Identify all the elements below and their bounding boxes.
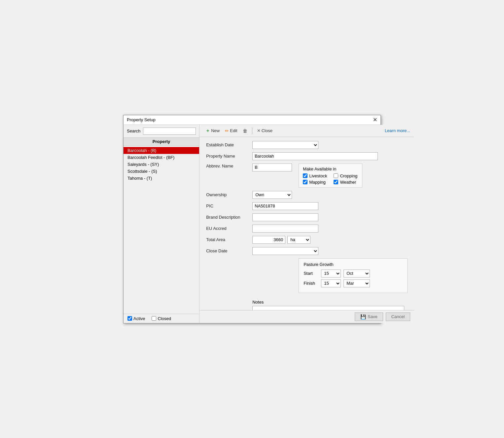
pic-label: PIC [206,203,252,208]
abbrev-name-label: Abbrev. Name [206,164,252,168]
make-available-grid: Livestock Cropping Mapping [303,173,358,185]
edit-icon: ✏ [225,128,229,133]
list-item[interactable]: Barcoolah - (B) [124,147,199,154]
establish-date-select[interactable] [252,141,318,149]
notes-section: Notes [252,300,404,310]
total-area-row: Total Area ha ac km² [206,236,408,244]
eu-accred-row: EU Accred [206,225,408,233]
cropping-label: Cropping [340,173,357,178]
search-input[interactable] [143,128,196,135]
ownership-select[interactable]: Own Lease Agist [252,191,292,199]
active-checkbox[interactable] [127,316,132,321]
make-available-title: Make Available in [303,166,358,171]
save-icon: 💾 [360,314,366,319]
mapping-checkbox[interactable] [303,180,307,184]
save-button[interactable]: 💾 Save [355,312,383,321]
establish-date-label: Establish Date [206,142,252,147]
property-setup-window: Property Setup ✕ Search Property Barcool… [123,115,381,323]
brand-description-label: Brand Description [206,215,252,220]
property-name-row: Property Name [206,152,408,160]
pasture-start-row: Start 15 12510202530 JanFebMarAprMayJun … [304,270,403,277]
pasture-growth-title: Pasture Growth [304,262,403,267]
weather-label: Weather [340,180,356,185]
closed-checkbox-label[interactable]: Closed [152,316,171,321]
ownership-row: Ownership Own Lease Agist [206,191,408,199]
total-area-inputs: ha ac km² [252,236,310,244]
ownership-label: Ownership [206,192,252,197]
property-name-label: Property Name [206,154,252,159]
notes-label: Notes [252,300,404,305]
save-label: Save [368,314,378,319]
mapping-label: Mapping [309,180,326,185]
livestock-label: Livestock [309,173,327,178]
make-available-box: Make Available in Livestock Cropping [299,164,362,188]
window-close-button[interactable]: ✕ [373,117,377,123]
weather-checkbox[interactable] [334,180,338,184]
pasture-growth-row: Pasture Growth Start 15 12510202530 JanF… [206,258,408,296]
search-label: Search [127,128,140,133]
new-icon: ＋ [205,128,210,134]
edit-label: Edit [230,128,237,133]
learn-more-link[interactable]: Learn more... [385,128,410,133]
close-label: Close [262,128,272,133]
cropping-check-label[interactable]: Cropping [334,173,358,178]
total-area-input[interactable] [252,236,285,244]
pasture-finish-month-select[interactable]: JanFebMarAprMayJun JulAugSepOctNovDec [343,279,370,287]
active-label: Active [133,316,145,321]
close-x-icon: ✕ [257,128,261,133]
eu-accred-input[interactable] [252,225,318,233]
cropping-checkbox[interactable] [334,173,338,178]
total-area-label: Total Area [206,237,252,242]
action-bar: 💾 Save Cancel [199,310,414,323]
cancel-button[interactable]: Cancel [386,312,410,321]
list-item[interactable]: Scottsdale - (S) [124,168,199,175]
total-area-unit-select[interactable]: ha ac km² [287,236,310,244]
delete-button[interactable]: 🗑 [241,127,249,134]
establish-date-row: Establish Date [206,141,408,149]
weather-check-label[interactable]: Weather [334,180,358,185]
pasture-finish-label: Finish [304,281,318,286]
new-button[interactable]: ＋ New [203,127,222,135]
pasture-start-label: Start [304,271,318,276]
cancel-label: Cancel [391,314,405,319]
pic-input[interactable] [252,202,318,210]
property-list: Barcoolah - (B) Barcoolah Feedlot - (BF)… [124,146,199,314]
pasture-finish-row: Finish 15 12510202530 JanFebMarAprMayJun… [304,279,403,287]
active-checkbox-label[interactable]: Active [127,316,145,321]
eu-accred-label: EU Accred [206,226,252,231]
toolbar: ＋ New ✏ Edit 🗑 ✕ Close Learn more... [199,125,414,137]
pasture-finish-day-select[interactable]: 15 12510202530 [321,279,341,287]
delete-icon: 🗑 [243,128,247,133]
pic-row: PIC [206,202,408,210]
property-name-input[interactable] [252,152,378,160]
abbrev-name-row: Abbrev. Name Make Available in Livestock… [206,164,408,188]
pasture-start-month-select[interactable]: JanFebMarAprMayJun JulAugSepOctNovDec [343,270,370,277]
mapping-check-label[interactable]: Mapping [303,180,327,185]
list-item[interactable]: Barcoolah Feedlot - (BF) [124,154,199,161]
livestock-checkbox[interactable] [303,173,307,178]
closed-checkbox[interactable] [152,316,156,321]
new-label: New [211,128,220,133]
list-item[interactable]: Saleyards - (SY) [124,161,199,168]
livestock-check-label[interactable]: Livestock [303,173,327,178]
abbrev-name-input[interactable] [252,164,292,171]
right-panel: ＋ New ✏ Edit 🗑 ✕ Close Learn more... [199,125,414,323]
bottom-status-bar: Active Closed [124,314,199,323]
main-layout: Search Property Barcoolah - (B) Barcoola… [124,125,380,323]
left-panel: Search Property Barcoolah - (B) Barcoola… [124,125,199,323]
close-date-row: Close Date [206,247,408,255]
brand-description-input[interactable] [252,213,318,221]
brand-description-row: Brand Description [206,213,408,221]
property-list-header: Property [124,137,199,146]
close-button[interactable]: ✕ Close [255,127,274,134]
edit-button[interactable]: ✏ Edit [223,127,239,134]
search-row: Search [124,125,199,137]
pasture-start-day-select[interactable]: 15 12510202530 [321,270,341,277]
list-item[interactable]: Tahoma - (T) [124,175,199,182]
form-area: Establish Date Property Name Abbrev. Nam… [199,137,414,310]
toolbar-separator [252,128,252,134]
notes-textarea[interactable] [252,306,404,310]
title-bar: Property Setup ✕ [124,115,380,125]
window-title: Property Setup [127,117,156,122]
close-date-select[interactable] [252,247,318,255]
